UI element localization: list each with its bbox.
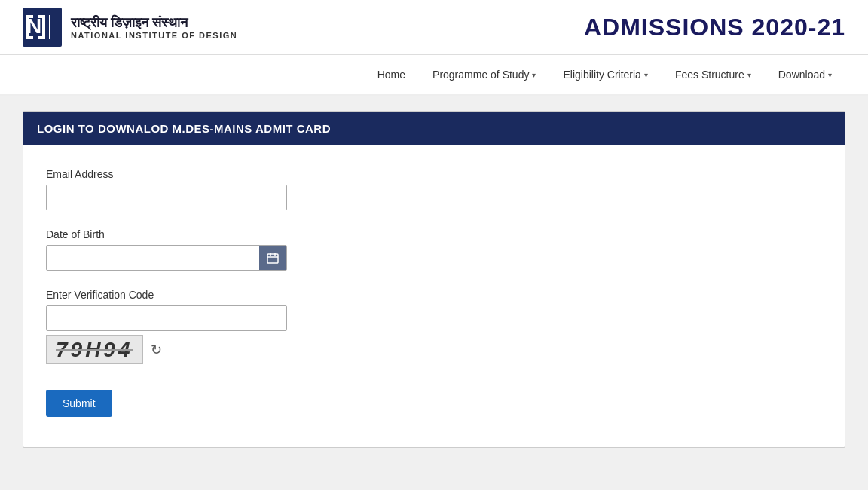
svg-rect-4 [49,15,50,39]
dob-input[interactable] [47,246,259,270]
main-content: LOGIN TO DOWNALOD M.DES-MAINS ADMIT CARD… [0,96,868,463]
logo-area: N राष्ट्रीय डिज़ाइन संस्थान NATIONAL INS… [23,8,237,47]
fees-dropdown-icon: ▾ [747,71,751,79]
nid-logo: N [23,8,62,47]
dob-label: Date of Birth [46,228,822,240]
date-picker-button[interactable] [259,246,286,270]
nav-eligibility[interactable]: Eligibility Criteria ▾ [549,55,661,94]
logo-text: राष्ट्रीय डिज़ाइन संस्थान NATIONAL INSTI… [71,15,237,40]
svg-rect-5 [267,254,278,263]
nav-fees[interactable]: Fees Structure ▾ [662,55,765,94]
captcha-display: 79H94 ↻ [46,335,822,364]
nav-fees-label: Fees Structure [675,69,744,81]
eligibility-dropdown-icon: ▾ [644,71,648,79]
programme-dropdown-icon: ▾ [532,71,536,79]
verification-label: Enter Verification Code [46,289,822,301]
captcha-refresh-icon[interactable]: ↻ [151,341,162,358]
calendar-icon [267,252,279,264]
nav-download-label: Download [778,69,825,81]
admissions-title: ADMISSIONS 2020-21 [584,14,845,41]
nav-programme[interactable]: Programme of Study ▾ [419,55,549,94]
site-header: N राष्ट्रीय डिज़ाइन संस्थान NATIONAL INS… [0,0,868,55]
submit-button[interactable]: Submit [46,390,112,417]
nav-download[interactable]: Download ▾ [765,55,845,94]
download-dropdown-icon: ▾ [828,71,832,79]
nav-home[interactable]: Home [364,55,419,94]
navbar: Home Programme of Study ▾ Eligibility Cr… [0,55,868,96]
login-card: LOGIN TO DOWNALOD M.DES-MAINS ADMIT CARD… [23,111,845,448]
nav-home-label: Home [377,69,405,81]
nav-programme-label: Programme of Study [432,69,529,81]
verification-group: Enter Verification Code 79H94 ↻ [46,289,822,364]
dob-input-wrapper [46,245,287,271]
card-header: LOGIN TO DOWNALOD M.DES-MAINS ADMIT CARD [23,112,845,145]
captcha-code: 79H94 [46,335,143,364]
dob-group: Date of Birth [46,228,822,271]
verification-input[interactable] [46,305,287,331]
logo-english: NATIONAL INSTITUTE OF DESIGN [71,31,237,40]
card-body: Email Address Date of Birth [23,145,845,447]
email-group: Email Address [46,168,822,210]
nav-eligibility-label: Eligibility Criteria [563,69,640,81]
logo-hindi: राष्ट्रीय डिज़ाइन संस्थान [71,15,237,31]
email-label: Email Address [46,168,822,180]
email-input[interactable] [46,185,287,210]
